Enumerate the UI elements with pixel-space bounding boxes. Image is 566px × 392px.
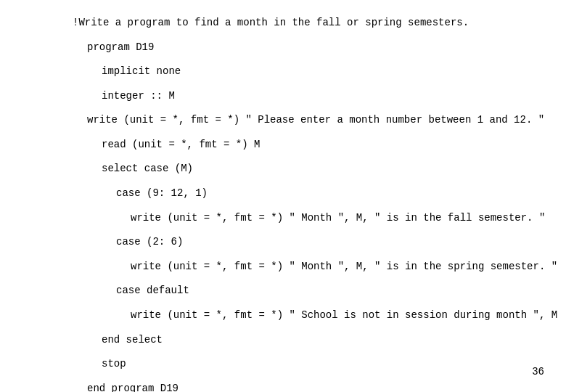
- code-line: [73, 250, 537, 258]
- code-content: !Write a program to find a month in the …: [0, 0, 566, 392]
- code-line: [73, 226, 537, 234]
- code-line: [73, 177, 537, 185]
- code-line: read (unit = *, fmt = *) M: [102, 136, 537, 152]
- code-line: write (unit = *, fmt = *) " Please enter…: [87, 112, 537, 128]
- code-line: [73, 30, 537, 38]
- code-line: [73, 372, 537, 380]
- code-line: write (unit = *, fmt = *) " School is no…: [131, 307, 537, 323]
- code-line: [73, 104, 537, 112]
- code-line: write (unit = *, fmt = *) " Month ", M, …: [131, 210, 537, 226]
- code-line: [73, 128, 537, 136]
- code-line: integer :: M: [102, 88, 537, 104]
- code-line: [73, 323, 537, 331]
- code-line: implicit none: [102, 63, 537, 79]
- code-line: case default: [116, 282, 537, 298]
- code-line: case (2: 6): [116, 234, 537, 250]
- code-line: [73, 55, 537, 63]
- code-line: stop: [102, 356, 537, 372]
- code-line: [73, 274, 537, 282]
- page-number: 36: [532, 366, 544, 377]
- code-line: end program D19: [87, 380, 537, 392]
- code-line: [73, 201, 537, 209]
- code-line: write (unit = *, fmt = *) " Month ", M, …: [131, 258, 537, 274]
- code-line: !Write a program to find a month in the …: [73, 15, 537, 30]
- code-line: [73, 348, 537, 356]
- code-line: [73, 299, 537, 307]
- code-line: select case (M): [102, 160, 537, 176]
- code-line: [73, 152, 537, 160]
- code-line: end select: [102, 332, 537, 348]
- code-line: [73, 80, 537, 88]
- code-line: program D19: [87, 39, 537, 55]
- code-line: case (9: 12, 1): [116, 185, 537, 201]
